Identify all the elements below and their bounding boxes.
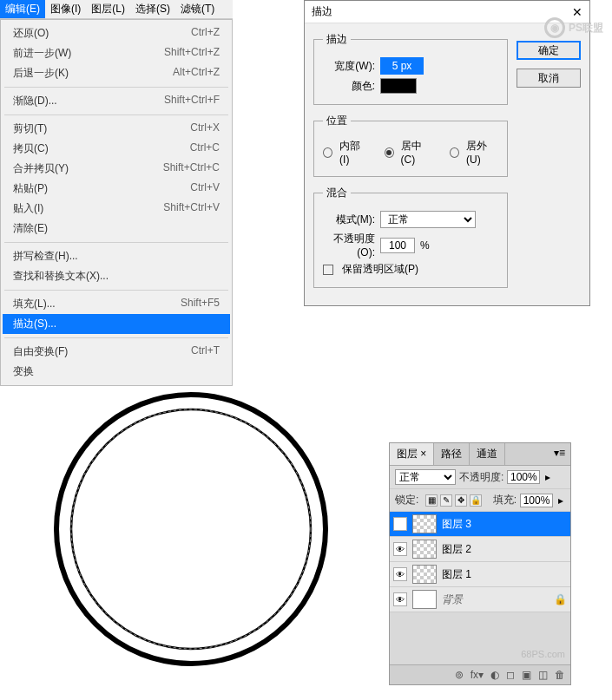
menu-separator — [4, 87, 228, 88]
layer-name: 图层 1 — [442, 567, 567, 582]
preserve-checkbox[interactable] — [323, 265, 333, 275]
menu-edit[interactable]: 编辑(E) — [0, 0, 45, 18]
panel-menu-icon[interactable]: ▾≡ — [549, 443, 570, 465]
layer-name: 背景 — [442, 592, 549, 607]
menu-item[interactable]: 合并拷贝(Y)Shift+Ctrl+C — [3, 159, 230, 179]
visibility-icon[interactable]: 👁 — [393, 567, 407, 581]
lock-all-icon[interactable]: 🔒 — [470, 494, 482, 507]
layer-row[interactable]: 👁图层 1 — [390, 562, 570, 587]
lock-transparent-icon[interactable]: ▦ — [425, 494, 438, 507]
layer-footer-icon[interactable]: ◫ — [538, 669, 548, 681]
width-input[interactable] — [380, 57, 424, 75]
color-label: 颜色: — [323, 79, 375, 94]
layer-thumb — [412, 565, 437, 584]
mode-select[interactable]: 正常 — [380, 211, 476, 228]
radio-center-label: 居中(C) — [401, 139, 433, 166]
layers-empty-area: 68PS.com — [390, 612, 570, 664]
menu-separator — [4, 242, 228, 243]
layer-name: 图层 3 — [442, 517, 567, 532]
tab-channels[interactable]: 通道 — [470, 443, 505, 465]
layer-opacity-input[interactable] — [507, 470, 540, 484]
menu-layer[interactable]: 图层(L) — [86, 0, 130, 18]
layer-name: 图层 2 — [442, 542, 567, 557]
cancel-button[interactable]: 取消 — [517, 69, 581, 88]
layer-row[interactable]: 👁图层 2 — [390, 537, 570, 562]
menu-item[interactable]: 拷贝(C)Ctrl+C — [3, 139, 230, 159]
blend-legend: 混合 — [323, 186, 351, 200]
lock-paint-icon[interactable]: ✎ — [440, 494, 452, 507]
menu-item[interactable]: 后退一步(K)Alt+Ctrl+Z — [3, 63, 230, 83]
menu-image[interactable]: 图像(I) — [45, 0, 86, 18]
menu-separator — [4, 337, 228, 338]
panel-tabs: 图层 × 路径 通道 ▾≡ — [390, 443, 570, 466]
menu-item[interactable]: 自由变换(F)Ctrl+T — [3, 342, 230, 362]
width-label: 宽度(W): — [323, 59, 375, 74]
menu-item[interactable]: 查找和替换文本(X)... — [3, 266, 230, 286]
visibility-icon[interactable]: 👁 — [393, 542, 407, 556]
radio-inside-label: 内部(I) — [339, 139, 367, 166]
radio-center[interactable] — [385, 147, 394, 158]
fill-label: 填充: — [493, 493, 517, 507]
menu-filter[interactable]: 滤镜(T) — [175, 0, 220, 18]
radio-outside-label: 居外(U) — [466, 139, 498, 166]
opacity-arrow-icon[interactable]: ▸ — [543, 471, 552, 483]
menu-item[interactable]: 还原(O)Ctrl+Z — [3, 23, 230, 43]
lock-icon: 🔒 — [554, 593, 567, 605]
layer-row[interactable]: 👁图层 3 — [390, 512, 570, 537]
menu-item[interactable]: 粘贴(P)Ctrl+V — [3, 179, 230, 199]
svg-point-1 — [71, 409, 311, 649]
menu-item[interactable]: 清除(E) — [3, 219, 230, 239]
layer-footer-icon[interactable]: ▣ — [522, 669, 531, 681]
menu-item[interactable]: 变换 — [3, 362, 230, 382]
radio-inside[interactable] — [323, 147, 332, 158]
opacity-label: 不透明度(O): — [323, 232, 375, 258]
watermark: ◉ PS联盟 — [544, 17, 603, 38]
edit-menu: 还原(O)Ctrl+Z前进一步(W)Shift+Ctrl+Z后退一步(K)Alt… — [0, 19, 233, 386]
layer-thumb — [412, 514, 437, 533]
layer-thumb — [412, 590, 437, 609]
ok-button[interactable]: 确定 — [517, 41, 581, 60]
stroke-legend: 描边 — [323, 32, 351, 47]
position-legend: 位置 — [323, 114, 351, 128]
menu-item[interactable]: 渐隐(D)...Shift+Ctrl+F — [3, 91, 230, 111]
fill-input[interactable] — [520, 494, 553, 507]
layer-footer-icon[interactable]: fx▾ — [471, 669, 484, 681]
menu-item[interactable]: 剪切(T)Ctrl+X — [3, 119, 230, 139]
color-swatch[interactable] — [380, 78, 417, 94]
tab-paths[interactable]: 路径 — [434, 443, 470, 465]
visibility-icon[interactable]: 👁 — [393, 517, 407, 531]
visibility-icon[interactable]: 👁 — [393, 592, 407, 606]
lock-label: 锁定: — [395, 493, 418, 507]
menu-item[interactable]: 贴入(I)Shift+Ctrl+V — [3, 199, 230, 219]
position-group: 位置 内部(I) 居中(C) 居外(U) — [313, 114, 508, 177]
layer-footer-icon[interactable]: ⊚ — [455, 669, 464, 681]
opacity-input[interactable] — [380, 238, 415, 253]
menu-item[interactable]: 填充(L)...Shift+F5 — [3, 294, 230, 314]
watermark-brand: PS联盟 — [569, 21, 603, 36]
menu-item[interactable]: 拼写检查(H)... — [3, 246, 230, 266]
menu-separator — [4, 290, 228, 291]
layer-row[interactable]: 👁背景🔒 — [390, 587, 570, 612]
svg-point-2 — [71, 409, 311, 649]
flame-icon: ◉ — [544, 17, 565, 38]
blend-mode-select[interactable]: 正常 — [395, 469, 456, 485]
blend-group: 混合 模式(M): 正常 不透明度(O): % 保留透明区域(P) — [313, 186, 508, 288]
stroke-group: 描边 宽度(W): 颜色: — [313, 32, 508, 105]
menu-select[interactable]: 选择(S) — [130, 0, 175, 18]
menu-separator — [4, 114, 228, 115]
stroke-dialog: 描边 ✕ 描边 宽度(W): 颜色: 位置 内部(I) 居中 — [304, 0, 590, 306]
layer-footer-icon[interactable]: 🗑 — [555, 669, 565, 681]
layer-thumb — [412, 540, 437, 559]
layers-footer: ⊚fx▾◐◻▣◫🗑 — [390, 664, 570, 684]
lock-move-icon[interactable]: ✥ — [455, 494, 467, 507]
layer-footer-icon[interactable]: ◻ — [506, 669, 515, 681]
tab-layers[interactable]: 图层 × — [390, 443, 434, 465]
radio-outside[interactable] — [450, 147, 459, 158]
layer-footer-icon[interactable]: ◐ — [490, 669, 499, 681]
fill-arrow-icon[interactable]: ▸ — [556, 494, 565, 507]
opacity-unit: % — [420, 239, 430, 252]
preserve-label: 保留透明区域(P) — [342, 262, 418, 277]
menu-item[interactable]: 描边(S)... — [3, 314, 230, 334]
menu-item[interactable]: 前进一步(W)Shift+Ctrl+Z — [3, 43, 230, 63]
canvas-circles — [48, 386, 334, 672]
